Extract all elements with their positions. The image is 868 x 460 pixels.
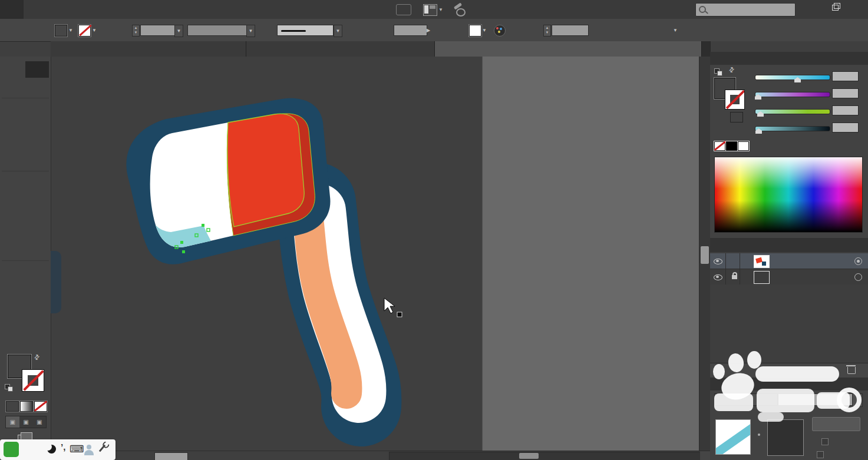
background-visibility-icon[interactable] xyxy=(714,274,722,280)
menu-effect[interactable] xyxy=(229,0,233,19)
channel-k-slider[interactable] xyxy=(755,126,830,131)
menu-select[interactable] xyxy=(187,0,192,19)
channel-y-value[interactable] xyxy=(832,105,859,115)
doc-tab-1[interactable] xyxy=(51,41,246,57)
corner-field[interactable] xyxy=(552,25,589,36)
search-input[interactable] xyxy=(708,4,793,15)
width-tool[interactable] xyxy=(2,191,25,207)
ime-fullhalf-moon-icon[interactable] xyxy=(47,445,56,454)
width-profile-field[interactable] xyxy=(187,25,249,36)
menu-help[interactable] xyxy=(349,0,354,19)
pencil-tool[interactable] xyxy=(2,151,25,167)
hscroll-thumb[interactable] xyxy=(519,453,539,459)
arrange-documents-caret-icon[interactable]: ▼ xyxy=(438,7,443,12)
line-segment-tool[interactable] xyxy=(25,118,49,134)
object-thumbnail[interactable] xyxy=(715,419,751,455)
background-lock-icon[interactable] xyxy=(732,275,737,279)
axe-head-red[interactable] xyxy=(227,114,304,227)
clip-checkbox[interactable] xyxy=(821,438,829,445)
fill-color-swatch[interactable] xyxy=(55,25,67,37)
channel-m-slider[interactable] xyxy=(755,92,830,97)
channel-c-slider[interactable] xyxy=(755,75,830,80)
stroke-color-swatch[interactable] xyxy=(78,25,91,37)
objects-visibility-icon[interactable] xyxy=(714,259,722,264)
symbol-sprayer-tool[interactable] xyxy=(2,264,25,280)
artboard-tool[interactable] xyxy=(2,280,25,297)
pen-tool[interactable] xyxy=(2,101,25,118)
perspective-grid-tool[interactable] xyxy=(25,207,49,224)
brush-definition-field[interactable] xyxy=(277,25,334,36)
ime-settings-wrench-icon[interactable] xyxy=(99,445,105,452)
free-transform-tool[interactable] xyxy=(25,191,49,207)
black-mini-swatch[interactable] xyxy=(726,141,737,151)
fill-caret-icon[interactable]: ▼ xyxy=(68,28,73,33)
width-profile-caret-icon[interactable]: ▼ xyxy=(246,25,255,37)
objects-layer-thumbnail[interactable] xyxy=(754,255,770,268)
none-mini-swatch[interactable] xyxy=(714,141,725,151)
draw-inside-icon[interactable]: ▣ xyxy=(32,416,46,428)
style-caret-icon[interactable]: ▼ xyxy=(482,28,487,33)
recolor-artwork-icon[interactable] xyxy=(494,25,506,37)
ime-toolbar[interactable]: ’, ⌨ xyxy=(0,439,115,460)
magic-wand-tool[interactable] xyxy=(2,78,25,94)
stroke-weight-field[interactable] xyxy=(140,25,177,36)
gamut-color-chip[interactable] xyxy=(730,112,743,123)
doc-tab-2-close-icon[interactable] xyxy=(251,45,255,52)
delete-layer-icon[interactable] xyxy=(847,367,856,374)
blend-mode-dropdown[interactable] xyxy=(714,393,778,406)
select-similar-caret-icon[interactable]: ▼ xyxy=(673,28,678,33)
stroke-color-control[interactable] xyxy=(22,369,44,392)
slice-tool[interactable] xyxy=(25,280,49,297)
ime-keyboard-icon[interactable]: ⌨ xyxy=(70,443,84,455)
canvas[interactable] xyxy=(51,57,482,451)
channel-c-value[interactable] xyxy=(832,71,859,81)
paint-color-button[interactable] xyxy=(6,401,19,412)
zoom-tool[interactable] xyxy=(25,297,49,313)
vscroll-thumb[interactable] xyxy=(701,246,709,264)
gradient-tool[interactable] xyxy=(25,224,49,240)
blend-tool[interactable] xyxy=(25,240,49,257)
cs-live-icon[interactable] xyxy=(453,4,466,15)
brush-definition-caret-icon[interactable]: ▼ xyxy=(334,25,342,37)
ime-account-icon[interactable] xyxy=(87,445,91,449)
background-layer-thumbnail[interactable] xyxy=(754,271,770,284)
channel-m-value[interactable] xyxy=(832,88,859,98)
draw-behind-icon[interactable]: ▣ xyxy=(19,416,33,428)
style-swatch[interactable] xyxy=(469,25,481,37)
menu-file[interactable] xyxy=(31,0,35,19)
doc-tab-2[interactable] xyxy=(246,41,435,57)
stroke-weight-stepper[interactable]: ▲▼ xyxy=(132,25,140,37)
stroke-weight-caret-icon[interactable]: ▼ xyxy=(174,25,183,37)
ime-logo-icon[interactable] xyxy=(4,442,19,457)
opacity-field[interactable] xyxy=(394,25,427,36)
paint-none-button[interactable] xyxy=(34,401,47,412)
menu-type[interactable] xyxy=(148,0,153,19)
doc-tab-1-close-icon[interactable] xyxy=(55,45,59,52)
lasso-tool[interactable] xyxy=(25,78,49,94)
objects-target-icon[interactable] xyxy=(854,257,862,265)
doc-tab-3-active[interactable] xyxy=(435,41,702,57)
default-swatches-mini-icon[interactable] xyxy=(714,68,722,75)
channel-y-slider[interactable] xyxy=(755,109,830,114)
invert-mask-checkbox[interactable] xyxy=(817,451,824,458)
bridge-button[interactable] xyxy=(396,4,411,15)
swap-mini-icon[interactable]: ⇄ xyxy=(727,65,737,75)
pasteboard[interactable] xyxy=(482,57,699,451)
panel-stroke-swatch[interactable] xyxy=(725,90,745,110)
paint-gradient-button[interactable] xyxy=(20,401,33,412)
dock-drawer-handle[interactable] xyxy=(51,251,61,313)
transparency-opacity-arrow-icon[interactable] xyxy=(852,393,863,407)
menu-object[interactable] xyxy=(108,0,113,19)
minimize-button[interactable] xyxy=(803,0,824,15)
default-fill-stroke-icon[interactable] xyxy=(5,384,13,391)
scale-tool[interactable] xyxy=(25,174,49,191)
type-tool[interactable] xyxy=(2,118,25,134)
close-button[interactable] xyxy=(846,0,868,15)
vertical-scrollbar[interactable] xyxy=(699,57,711,451)
search-box[interactable] xyxy=(695,3,796,16)
rectangle-tool[interactable] xyxy=(2,134,25,151)
mask-thumbnail-slot[interactable] xyxy=(767,419,804,456)
arrange-documents-icon[interactable] xyxy=(423,4,437,16)
rotate-tool[interactable] xyxy=(2,174,25,191)
background-target-icon[interactable] xyxy=(854,273,862,281)
